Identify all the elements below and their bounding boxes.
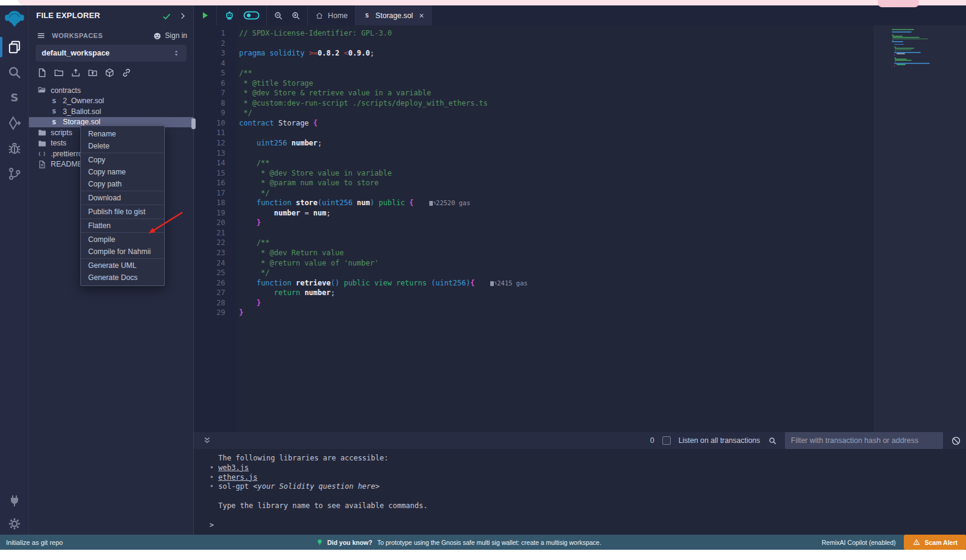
code-line[interactable] (237, 228, 874, 238)
tree-item-2-owner-sol[interactable]: S2_Owner.sol (29, 96, 193, 107)
code-line[interactable] (237, 39, 874, 49)
tab-storage-sol[interactable]: SStorage.sol× (356, 5, 432, 25)
code-line[interactable] (237, 59, 874, 69)
tree-item-label: tests (51, 139, 66, 147)
sidebar-deploy-run-icon[interactable] (7, 115, 22, 131)
code-line[interactable] (237, 148, 874, 159)
sidebar-search-icon[interactable] (7, 65, 22, 80)
copilot-status[interactable]: RemixAI Copilot (enabled) (822, 539, 896, 546)
expand-terminal-icon[interactable] (202, 436, 212, 445)
terminal-search-icon[interactable] (768, 436, 777, 445)
code-line[interactable]: */ (237, 188, 874, 199)
code-line[interactable]: contract Storage { (237, 118, 874, 129)
transaction-filter-input[interactable] (785, 432, 943, 449)
upload-folder-icon[interactable] (88, 68, 98, 78)
code-line[interactable]: * @title Storage (237, 78, 874, 89)
sidebar-git-icon[interactable] (7, 166, 22, 182)
ai-robot-icon[interactable] (223, 10, 235, 22)
editor-tabbar: HomeSStorage.sol× (194, 5, 966, 25)
line-number: 13 (194, 148, 237, 159)
code-line[interactable]: * @custom:dev-run-script ./scripts/deplo… (237, 98, 874, 109)
code-line[interactable]: } (237, 218, 874, 228)
code-line[interactable]: * @return value of 'number' (237, 258, 874, 269)
tree-item-3-ballot-sol[interactable]: S3_Ballot.sol (29, 106, 193, 117)
terminal-output[interactable]: The following libraries are accessible:•… (194, 449, 966, 535)
copilot-toggle[interactable] (243, 11, 260, 20)
line-number: 17 (194, 188, 237, 199)
zoom-group (267, 5, 308, 25)
zoom-out-icon[interactable] (273, 11, 283, 21)
run-script-icon[interactable] (200, 11, 210, 20)
sidebar-settings-icon[interactable] (7, 517, 22, 531)
code-line[interactable]: /** (237, 238, 874, 248)
sign-in-button[interactable]: Sign in (153, 31, 187, 40)
new-file-icon[interactable] (37, 68, 47, 78)
code-line[interactable]: * @dev Store & retrieve value in a varia… (237, 88, 874, 98)
tab-label: Home (328, 11, 348, 20)
code-line[interactable]: // SPDX-License-Identifier: GPL-3.0 (237, 28, 874, 39)
code-line[interactable]: */ (237, 268, 874, 278)
code-line[interactable]: function retrieve() public view returns … (237, 278, 874, 288)
git-init-status[interactable]: Initialize as git repo (6, 539, 63, 546)
code-line[interactable]: /** (237, 158, 874, 168)
minimap[interactable] (892, 29, 940, 68)
close-tab-icon[interactable]: × (419, 11, 424, 20)
context-menu-item-rename[interactable]: Rename (81, 128, 164, 140)
tree-item-contracts[interactable]: contracts (29, 85, 193, 96)
context-menu-item-compile-for-nahmii[interactable]: Compile for Nahmii (81, 246, 164, 258)
panel-resize-handle[interactable] (191, 118, 196, 129)
code-line[interactable]: } (237, 298, 874, 308)
context-menu-item-delete[interactable]: Delete (81, 140, 164, 152)
chevron-right-icon[interactable] (178, 11, 187, 21)
workspace-select[interactable]: default_workspace (36, 45, 187, 62)
code-line[interactable]: function store(uint256 num) public {2252… (237, 198, 874, 208)
sidebar-file-explorer-icon[interactable] (7, 39, 22, 55)
terminal-line (210, 492, 966, 501)
code-editor[interactable]: 1234567891011121314151617181920212223242… (194, 25, 966, 432)
line-number: 4 (194, 59, 237, 69)
status-bar-right: RemixAI Copilot (enabled) Scam Alert (822, 535, 966, 550)
context-menu-item-copy-name[interactable]: Copy name (81, 166, 164, 178)
context-menu-item-copy[interactable]: Copy (81, 154, 164, 166)
clear-console-icon[interactable] (951, 436, 961, 446)
icon-rail: S (0, 5, 29, 535)
solidity-file-icon: S (50, 107, 59, 116)
code-line[interactable]: * @param num value to store (237, 178, 874, 188)
sidebar-solidity-compiler-icon[interactable]: S (7, 90, 22, 106)
sidebar-plugin-manager-icon[interactable] (7, 494, 22, 508)
code-line[interactable]: /** (237, 68, 874, 78)
scam-alert-label: Scam Alert (925, 539, 958, 546)
context-menu-item-generate-uml[interactable]: Generate UML (81, 259, 164, 272)
file-icon (37, 160, 46, 169)
minimap-column[interactable] (874, 25, 966, 432)
terminal-link[interactable]: web3.js (218, 463, 249, 472)
code-line[interactable]: return number; (237, 288, 874, 298)
new-folder-icon[interactable] (54, 68, 64, 78)
remix-logo[interactable] (3, 8, 26, 30)
context-menu-item-download[interactable]: Download (81, 192, 164, 204)
code-line[interactable]: */ (237, 108, 874, 118)
code-line[interactable]: uint256 number; (237, 138, 874, 148)
sidebar-debugger-icon[interactable] (7, 141, 22, 156)
code-line[interactable]: * @dev Store value in variable (237, 168, 874, 179)
line-number: 19 (194, 208, 237, 218)
tab-home[interactable]: Home (308, 5, 356, 25)
scam-alert-button[interactable]: Scam Alert (904, 535, 966, 550)
terminal-link[interactable]: ethers.js (218, 473, 257, 482)
code-line[interactable]: number = num; (237, 208, 874, 218)
listen-transactions-checkbox[interactable] (662, 436, 671, 445)
workspaces-menu-icon[interactable] (36, 31, 46, 40)
code-line[interactable]: * @dev Return value (237, 248, 874, 258)
line-number: 20 (194, 218, 237, 228)
code-line[interactable] (237, 128, 874, 138)
tree-item-label: scripts (51, 129, 72, 137)
code-line[interactable]: pragma solidity >=0.8.2 <0.9.0; (237, 48, 874, 59)
ipfs-cube-icon[interactable] (104, 68, 115, 78)
context-menu-item-copy-path[interactable]: Copy path (81, 178, 164, 190)
context-menu-item-generate-docs[interactable]: Generate Docs (81, 272, 164, 284)
zoom-in-icon[interactable] (291, 11, 301, 21)
upload-file-icon[interactable] (71, 68, 81, 78)
terminal-prompt[interactable]: > (210, 521, 966, 530)
link-icon[interactable] (121, 68, 132, 78)
code-line[interactable]: } (237, 308, 874, 318)
